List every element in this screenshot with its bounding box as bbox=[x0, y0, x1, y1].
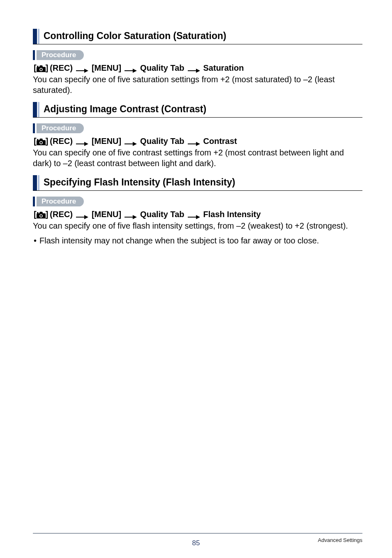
heading-accent-bar-light bbox=[38, 102, 39, 117]
quality-tab-label: Quality Tab bbox=[140, 210, 184, 219]
arrow-icon bbox=[125, 66, 137, 71]
section-title: Specifying Flash Intensity (Flash Intens… bbox=[44, 175, 235, 190]
bracket-close: ] bbox=[46, 63, 48, 73]
bullet-text: Flash intensity may not change when the … bbox=[39, 236, 319, 245]
section-title: Controlling Color Saturation (Saturation… bbox=[44, 29, 226, 44]
heading-accent-bar bbox=[33, 175, 37, 190]
procedure-label: Procedure bbox=[42, 197, 76, 206]
bracket-open: [ bbox=[34, 210, 37, 219]
section-paragraph: You can specify one of five contrast set… bbox=[33, 148, 362, 169]
arrow-icon bbox=[188, 212, 200, 217]
arrow-icon bbox=[76, 212, 88, 217]
bracket-close: ] bbox=[46, 137, 48, 146]
menu-label: [MENU] bbox=[92, 137, 121, 146]
arrow-icon bbox=[188, 66, 200, 71]
procedure-label-row: Procedure bbox=[33, 50, 362, 60]
heading-accent-bar-light bbox=[38, 29, 39, 44]
arrow-icon bbox=[125, 139, 137, 144]
procedure-pill: Procedure bbox=[37, 50, 83, 60]
crumb-last: Saturation bbox=[203, 63, 244, 73]
rec-label: (REC) bbox=[50, 63, 73, 73]
procedure-accent-bar bbox=[33, 197, 35, 206]
rec-label: (REC) bbox=[50, 210, 73, 219]
arrow-icon bbox=[76, 66, 88, 71]
rec-camera-icon bbox=[37, 65, 46, 72]
quality-tab-label: Quality Tab bbox=[140, 63, 184, 73]
quality-tab-label: Quality Tab bbox=[140, 137, 184, 146]
bracket-close: ] bbox=[46, 210, 48, 219]
crumb-last: Contrast bbox=[203, 137, 237, 146]
footer-divider bbox=[33, 533, 362, 534]
menu-label: [MENU] bbox=[92, 63, 121, 73]
rec-label: (REC) bbox=[50, 137, 73, 146]
crumb-last: Flash Intensity bbox=[203, 210, 261, 219]
breadcrumb-flash: [ ] (REC) [MENU] Quality Tab Flash Inten… bbox=[34, 210, 362, 219]
section-heading-contrast: Adjusting Image Contrast (Contrast) bbox=[33, 102, 362, 118]
section-heading-flash: Specifying Flash Intensity (Flash Intens… bbox=[33, 175, 362, 191]
bracket-open: [ bbox=[34, 63, 37, 73]
section-heading-saturation: Controlling Color Saturation (Saturation… bbox=[33, 29, 362, 44]
section-paragraph: You can specify one of five flash intens… bbox=[33, 221, 362, 232]
rec-camera-icon bbox=[37, 138, 46, 145]
breadcrumb-contrast: [ ] (REC) [MENU] Quality Tab Contrast bbox=[34, 137, 362, 146]
procedure-accent-bar bbox=[33, 50, 35, 60]
procedure-label: Procedure bbox=[42, 51, 76, 59]
procedure-label: Procedure bbox=[42, 124, 76, 132]
procedure-accent-bar bbox=[33, 123, 35, 133]
page-number: 85 bbox=[192, 539, 200, 547]
bracket-open: [ bbox=[34, 137, 37, 146]
rec-camera-icon bbox=[37, 211, 46, 218]
procedure-label-row: Procedure bbox=[33, 197, 362, 206]
section-paragraph: You can specify one of five saturation s… bbox=[33, 74, 362, 95]
bullet-dot: • bbox=[34, 236, 39, 246]
heading-accent-bar bbox=[33, 29, 37, 44]
breadcrumb-saturation: [ ] (REC) [MENU] Quality Tab Saturation bbox=[34, 63, 362, 73]
section-title: Adjusting Image Contrast (Contrast) bbox=[44, 102, 206, 117]
arrow-icon bbox=[76, 139, 88, 144]
heading-accent-bar bbox=[33, 102, 37, 117]
procedure-label-row: Procedure bbox=[33, 123, 362, 133]
heading-accent-bar-light bbox=[38, 175, 39, 190]
menu-label: [MENU] bbox=[92, 210, 121, 219]
procedure-pill: Procedure bbox=[37, 197, 83, 206]
arrow-icon bbox=[188, 139, 200, 144]
arrow-icon bbox=[125, 212, 137, 217]
bullet-line: •Flash intensity may not change when the… bbox=[33, 236, 362, 246]
procedure-pill: Procedure bbox=[37, 123, 83, 133]
footer-section-label: Advanced Settings bbox=[318, 537, 362, 543]
